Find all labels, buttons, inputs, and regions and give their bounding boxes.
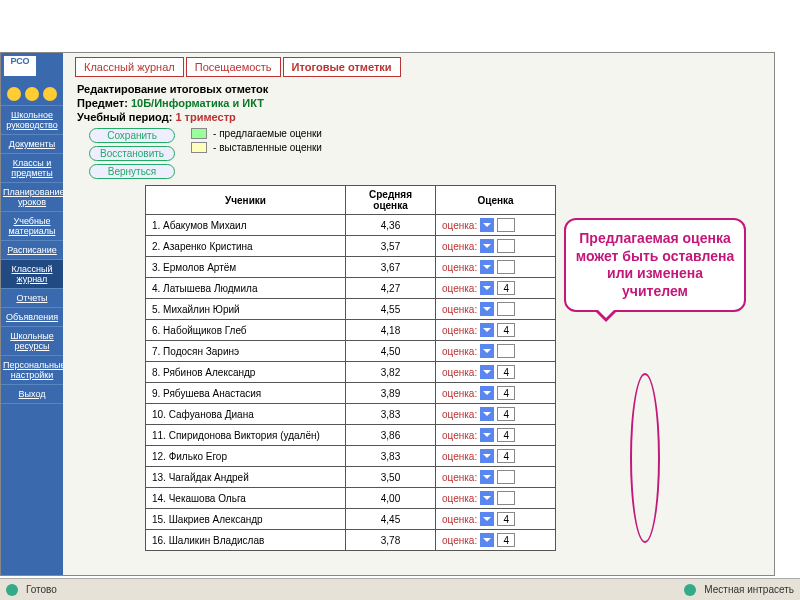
grade-dropdown[interactable]	[480, 449, 494, 463]
table-row: 8. Рябинов Александр3,82оценка:4	[146, 362, 556, 383]
table-row: 15. Шакриев Александр4,45оценка:4	[146, 509, 556, 530]
grade-dropdown[interactable]	[480, 281, 494, 295]
sidebar-icons	[1, 83, 63, 106]
grade-label: оценка:	[442, 535, 477, 546]
avg-cell: 4,00	[346, 488, 436, 509]
save-button[interactable]: Сохранить	[89, 128, 175, 143]
status-zone: Местная интрасеть	[704, 584, 794, 595]
sidebar-item-10[interactable]: Персональные настройки	[1, 356, 63, 385]
grade-label: оценка:	[442, 409, 477, 420]
content-area: Классный журналПосещаемостьИтоговые отме…	[63, 53, 774, 575]
avg-cell: 3,86	[346, 425, 436, 446]
student-cell: 8. Рябинов Александр	[146, 362, 346, 383]
mail-icon[interactable]	[7, 87, 21, 101]
grade-dropdown[interactable]	[480, 533, 494, 547]
annotation-oval	[630, 373, 660, 543]
zone-icon	[684, 584, 696, 596]
student-cell: 16. Шаликин Владислав	[146, 530, 346, 551]
sidebar-item-4[interactable]: Учебные материалы	[1, 212, 63, 241]
avg-cell: 4,55	[346, 299, 436, 320]
grade-value[interactable]	[497, 218, 515, 232]
grade-dropdown[interactable]	[480, 407, 494, 421]
student-cell: 12. Филько Егор	[146, 446, 346, 467]
student-cell: 2. Азаренко Кристина	[146, 236, 346, 257]
sidebar-item-9[interactable]: Школьные ресурсы	[1, 327, 63, 356]
grade-label: оценка:	[442, 472, 477, 483]
student-cell: 10. Сафуанова Диана	[146, 404, 346, 425]
avg-cell: 3,83	[346, 404, 436, 425]
help-icon[interactable]	[43, 87, 57, 101]
sidebar-item-5[interactable]: Расписание	[1, 241, 63, 260]
tab-1[interactable]: Посещаемость	[186, 57, 281, 77]
sidebar-item-2[interactable]: Классы и предметы	[1, 154, 63, 183]
table-row: 2. Азаренко Кристина3,57оценка:	[146, 236, 556, 257]
grade-dropdown[interactable]	[480, 365, 494, 379]
avg-cell: 4,36	[346, 215, 436, 236]
subject-value: 10Б/Информатика и ИКТ	[131, 97, 264, 109]
table-row: 6. Набойщиков Глеб4,18оценка:4	[146, 320, 556, 341]
grade-dropdown[interactable]	[480, 344, 494, 358]
sidebar-item-3[interactable]: Планирование уроков	[1, 183, 63, 212]
grade-value[interactable]: 4	[497, 281, 515, 295]
sidebar-item-6[interactable]: Классный журнал	[1, 260, 63, 289]
grade-value[interactable]: 4	[497, 323, 515, 337]
grade-dropdown[interactable]	[480, 323, 494, 337]
grade-dropdown[interactable]	[480, 260, 494, 274]
avg-cell: 3,78	[346, 530, 436, 551]
grade-value[interactable]	[497, 344, 515, 358]
user-icon[interactable]	[25, 87, 39, 101]
grade-label: оценка:	[442, 367, 477, 378]
grade-value[interactable]: 4	[497, 365, 515, 379]
grade-value[interactable]	[497, 260, 515, 274]
grade-label: оценка:	[442, 325, 477, 336]
grade-dropdown[interactable]	[480, 428, 494, 442]
grade-cell: оценка:	[436, 467, 556, 488]
grade-label: оценка:	[442, 262, 477, 273]
tab-0[interactable]: Классный журнал	[75, 57, 184, 77]
grade-cell: оценка:	[436, 488, 556, 509]
grade-label: оценка:	[442, 241, 477, 252]
sidebar-item-11[interactable]: Выход	[1, 385, 63, 404]
grade-label: оценка:	[442, 346, 477, 357]
grade-dropdown[interactable]	[480, 512, 494, 526]
table-row: 9. Рябушева Анастасия3,89оценка:4	[146, 383, 556, 404]
back-button[interactable]: Вернуться	[89, 164, 175, 179]
grade-cell: оценка:	[436, 257, 556, 278]
avg-cell: 3,83	[346, 446, 436, 467]
grade-value[interactable]: 4	[497, 428, 515, 442]
grade-value[interactable]: 4	[497, 533, 515, 547]
table-row: 1. Абакумов Михаил4,36оценка:	[146, 215, 556, 236]
sidebar-item-1[interactable]: Документы	[1, 135, 63, 154]
grade-dropdown[interactable]	[480, 239, 494, 253]
restore-button[interactable]: Восстановить	[89, 146, 175, 161]
col-grade: Оценка	[436, 186, 556, 215]
student-cell: 5. Михайлин Юрий	[146, 299, 346, 320]
sidebar-item-7[interactable]: Отчеты	[1, 289, 63, 308]
student-cell: 13. Чагайдак Андрей	[146, 467, 346, 488]
callout-text: Предлагаемая оценка может быть оставлена…	[564, 218, 746, 312]
grade-value[interactable]	[497, 491, 515, 505]
grade-value[interactable]: 4	[497, 512, 515, 526]
grade-value[interactable]	[497, 239, 515, 253]
sidebar-item-8[interactable]: Объявления	[1, 308, 63, 327]
tabs: Классный журналПосещаемостьИтоговые отме…	[75, 57, 766, 77]
grade-value[interactable]: 4	[497, 407, 515, 421]
grade-cell: оценка:4	[436, 404, 556, 425]
grade-dropdown[interactable]	[480, 386, 494, 400]
grade-value[interactable]	[497, 302, 515, 316]
avg-cell: 3,89	[346, 383, 436, 404]
grade-value[interactable]: 4	[497, 386, 515, 400]
grade-dropdown[interactable]	[480, 470, 494, 484]
grade-dropdown[interactable]	[480, 218, 494, 232]
grade-dropdown[interactable]	[480, 302, 494, 316]
tab-2[interactable]: Итоговые отметки	[283, 57, 401, 77]
table-row: 12. Филько Егор3,83оценка:4	[146, 446, 556, 467]
table-row: 11. Спиридонова Виктория (удалён)3,86оце…	[146, 425, 556, 446]
grade-dropdown[interactable]	[480, 491, 494, 505]
grade-value[interactable]	[497, 470, 515, 484]
grade-value[interactable]: 4	[497, 449, 515, 463]
student-cell: 7. Подосян Заринэ	[146, 341, 346, 362]
sidebar-item-0[interactable]: Школьное руководство	[1, 106, 63, 135]
swatch-entered	[191, 142, 207, 153]
table-row: 16. Шаликин Владислав3,78оценка:4	[146, 530, 556, 551]
